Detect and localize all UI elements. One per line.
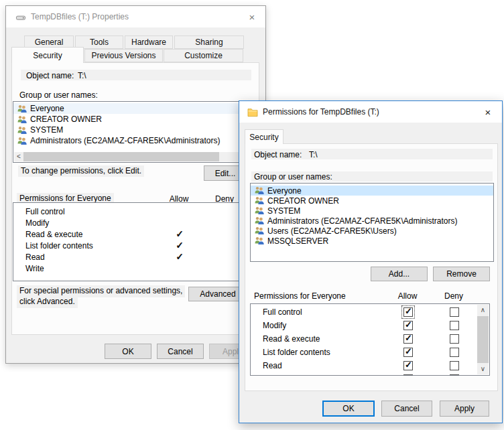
permissions-list: Full control Modify Read & execute List … [13,202,258,281]
permission-row[interactable]: Read & execute [251,332,489,346]
vertical-scrollbar[interactable]: ∧ ∨ [477,305,489,374]
users-icon [254,236,265,245]
deny-checkbox[interactable] [450,334,459,344]
close-icon[interactable]: × [241,9,263,25]
ok-button[interactable]: OK [322,401,375,417]
permission-row[interactable]: Read [251,359,489,372]
deny-checkbox[interactable] [450,361,459,370]
cancel-button[interactable]: Cancel [381,401,432,417]
list-item[interactable]: MSSQLSERVER [251,236,493,246]
drive-icon [15,12,26,22]
list-item[interactable]: Users (EC2AMAZ-CFARE5K\Users) [251,226,493,236]
users-icon [254,216,265,225]
allow-column-header: Allow [393,291,422,301]
permissions-title: Permissions for TempDBfiles (T:) [263,107,379,117]
object-name-value: T:\ [78,71,86,80]
tab-sharing[interactable]: Sharing [174,35,244,49]
deny-checkbox[interactable] [450,321,459,330]
allow-checkbox[interactable] [403,361,413,370]
permissions-titlebar[interactable]: Permissions for TempDBfiles (T:) × [239,101,502,123]
users-icon [254,186,265,195]
users-icon [254,206,265,215]
remove-button[interactable]: Remove [433,267,490,281]
scrollbar-thumb[interactable] [23,152,219,161]
desktop: { "window1": { "title": "TempDBfiles (T:… [0,0,504,430]
apply-button[interactable]: Apply [440,401,489,417]
allow-checkmark [170,251,190,262]
scroll-down-icon[interactable]: ∨ [477,364,489,374]
users-icon [17,104,27,113]
permission-row[interactable]: Modify [251,319,489,332]
permission-row[interactable]: Full control [13,206,257,217]
deny-checkbox[interactable] [450,307,459,317]
allow-checkbox[interactable] [403,348,413,357]
users-icon [17,137,27,145]
users-icon [254,196,265,205]
users-icon [17,126,27,135]
ok-button[interactable]: OK [105,344,151,359]
permissions-dialog: Permissions for TempDBfiles (T:) × Secur… [239,100,503,423]
list-item[interactable]: Everyone [13,103,257,114]
list-item[interactable]: CREATOR OWNER [13,114,257,125]
allow-checkmark [170,228,190,239]
group-list: Everyone CREATOR OWNER SYSTEM Administra… [13,101,258,163]
scrollbar-thumb[interactable] [477,316,489,363]
scroll-up-icon[interactable]: ∧ [477,305,489,315]
tab-security[interactable]: Security [11,47,84,63]
permission-row[interactable]: Read [13,251,257,263]
object-name-label: Object name: [26,71,74,80]
permission-row[interactable]: Write [13,263,257,274]
permission-row[interactable]: List folder contents [13,240,257,251]
permission-row-clipped[interactable] [251,372,489,376]
allow-checkbox[interactable] [403,321,413,330]
tab-customize[interactable]: Customize [164,49,243,62]
list-item[interactable]: Administrators (EC2AMAZ-CFARE5K\Administ… [13,135,257,146]
deny-checkbox[interactable] [450,348,459,357]
horizontal-scrollbar[interactable]: < > [14,152,257,161]
permission-row[interactable]: Modify [13,217,257,228]
permission-row[interactable]: Read & execute [13,228,257,240]
deny-checkbox[interactable] [450,374,459,376]
allow-checkbox[interactable] [403,307,413,317]
object-name-label: Object name: [254,150,302,159]
users-icon [254,226,265,235]
deny-column-header: Deny [439,291,468,301]
tab-hardware[interactable]: Hardware [125,35,173,49]
close-icon[interactable]: × [477,104,499,120]
properties-title: TempDBfiles (T:) Properties [31,12,129,21]
allow-checkbox[interactable] [403,374,413,376]
folder-icon [247,107,258,117]
permissions-list: Full control Modify Read & execute List … [250,303,490,376]
properties-titlebar[interactable]: TempDBfiles (T:) Properties × [6,6,265,27]
list-item[interactable]: SYSTEM [13,125,257,135]
permission-row[interactable]: Full control [251,305,489,319]
tab-previous-versions[interactable]: Previous Versions [84,49,163,62]
cancel-button[interactable]: Cancel [157,344,204,359]
list-item[interactable]: Administrators (EC2AMAZ-CFARE5K\Administ… [251,216,493,226]
group-names-label: Group or user names: [19,90,98,100]
group-list: Everyone CREATOR OWNER SYSTEM Administra… [250,183,494,262]
tab-security[interactable]: Security [245,129,284,144]
permission-row[interactable]: List folder contents [251,346,489,359]
add-button[interactable]: Add... [371,267,428,281]
permissions-header: Permissions for Everyone [254,291,346,301]
allow-checkbox[interactable] [403,334,413,344]
advanced-hint-line2: click Advanced. [17,296,78,308]
scroll-left-icon[interactable]: < [14,152,23,161]
users-icon [17,115,27,124]
list-item[interactable]: CREATOR OWNER [251,196,493,206]
group-names-label: Group or user names: [254,172,332,182]
list-item[interactable]: SYSTEM [251,206,493,216]
edit-hint: To change permissions, click Edit. [18,165,144,177]
list-item-selected[interactable]: Everyone [251,186,493,196]
allow-checkmark [170,240,190,250]
object-name-value: T:\ [309,150,318,159]
properties-dialog: TempDBfiles (T:) Properties × General To… [5,5,266,364]
